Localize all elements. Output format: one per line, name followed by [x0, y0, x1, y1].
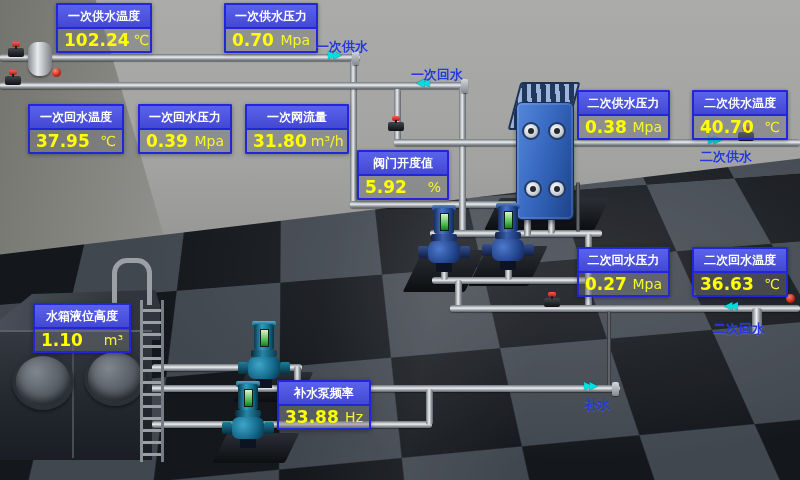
secondary-return-valve-icon — [544, 298, 560, 307]
gauge-readout: 33.88 Hz — [279, 406, 369, 428]
gauge-value: 0.39 — [146, 131, 188, 151]
circulation-pump-2 — [490, 206, 526, 270]
tank-manhole-icon — [84, 348, 146, 406]
gauge-unit: Hz — [341, 409, 363, 425]
gauge-readout: 0.27 Mpa — [579, 273, 668, 295]
gauge-value: 31.80 — [253, 131, 307, 151]
gauge-readout: 40.70 ℃ — [694, 116, 786, 138]
gauge-readout: 1.10 m³ — [35, 329, 129, 351]
gauge-unit: ℃ — [130, 32, 150, 48]
tank-vent-pipe — [112, 258, 152, 305]
gauge-value: 0.38 — [585, 117, 627, 137]
small-red-valve-icon — [52, 68, 61, 77]
gauge-readout: 5.92 % — [359, 176, 447, 198]
gauge-secondary-supply-pressure: 二次供水压力 0.38 Mpa — [577, 90, 670, 140]
pipe-primary-supply — [0, 54, 360, 61]
gauge-primary-supply-temp: 一次供水温度 102.24 ℃ — [56, 3, 152, 53]
pipe-lower-connector — [426, 389, 433, 425]
hmi-heat-station-scene: ▶▶ ◀◀ ▶▶ ◀◀ ▶▶ — [0, 0, 800, 480]
gauge-makeup-pump-frequency: 补水泵频率 33.88 Hz — [277, 380, 371, 430]
gauge-value: 5.92 — [365, 177, 407, 197]
hx-port-icon — [522, 122, 540, 140]
gauge-value: 40.70 — [700, 117, 754, 137]
gauge-title: 水箱液位高度 — [35, 305, 129, 329]
gauge-unit: Mpa — [628, 119, 662, 135]
gauge-value: 37.95 — [36, 131, 90, 151]
gauge-unit: Mpa — [628, 276, 662, 292]
gauge-primary-supply-pressure: 一次供水压力 0.70 Mpa — [224, 3, 318, 53]
gauge-readout: 102.24 ℃ — [58, 29, 150, 51]
pipe-makeup-riser — [607, 311, 611, 387]
pipe-makeup-water — [150, 385, 620, 392]
gauge-value: 1.10 — [41, 330, 83, 350]
hx-port-icon — [548, 122, 566, 140]
gauge-unit: % — [424, 179, 441, 195]
pipe-label-secondary-return: 二次回水 — [713, 320, 765, 338]
gauge-primary-return-temp: 一次回水温度 37.95 ℃ — [28, 104, 124, 154]
gauge-title: 一次供水压力 — [226, 5, 316, 29]
gauge-unit: m³/h — [307, 133, 344, 149]
gauge-readout: 36.63 ℃ — [694, 273, 786, 295]
plate-heat-exchanger — [512, 82, 578, 218]
tank-manhole-icon — [12, 352, 74, 410]
return-valve-icon — [5, 76, 21, 85]
gauge-readout: 31.80 m³/h — [247, 130, 347, 152]
pipe-primary-return — [0, 82, 468, 89]
pump-status-window — [260, 329, 269, 347]
pipe-label-makeup-water: 补水 — [584, 396, 610, 414]
control-valve-icon — [388, 122, 404, 131]
hx-port-icon — [548, 180, 566, 198]
gauge-title: 阀门开度值 — [359, 152, 447, 176]
gauge-title: 二次回水压力 — [579, 249, 668, 273]
gauge-unit: ℃ — [760, 119, 780, 135]
gauge-unit: m³ — [100, 332, 123, 348]
tank-ladder — [140, 300, 164, 462]
hx-port-icon — [524, 180, 542, 198]
gauge-title: 补水泵频率 — [279, 382, 369, 406]
gauge-title: 一次回水压力 — [140, 106, 230, 130]
pipe-label-secondary-supply: 二次供水 — [700, 148, 752, 166]
pump-status-window — [244, 389, 253, 407]
pipe-flange — [612, 382, 619, 396]
pump-status-window — [440, 213, 449, 231]
gauge-primary-return-pressure: 一次回水压力 0.39 Mpa — [138, 104, 232, 154]
gauge-value: 33.88 — [285, 407, 339, 427]
gauge-unit: Mpa — [276, 32, 310, 48]
hx-body — [516, 102, 574, 220]
gauge-readout: 0.38 Mpa — [579, 116, 668, 138]
supply-valve-icon — [8, 48, 24, 57]
gauge-title: 一次供水温度 — [58, 5, 150, 29]
gauge-value: 36.63 — [700, 274, 754, 294]
pipe-label-primary-supply: 一次供水 — [316, 38, 368, 56]
gauge-title: 一次回水温度 — [30, 106, 122, 130]
flow-arrow-left-icon: ◀◀ — [724, 301, 735, 311]
gauge-secondary-supply-temp: 二次供水温度 40.70 ℃ — [692, 90, 788, 140]
gauge-unit: ℃ — [760, 276, 780, 292]
makeup-pump-1 — [246, 324, 282, 388]
gauge-value: 0.27 — [585, 274, 627, 294]
strainer-vessel — [28, 42, 52, 76]
gauge-title: 一次网流量 — [247, 106, 347, 130]
gauge-value: 0.70 — [232, 30, 274, 50]
gauge-title: 二次供水压力 — [579, 92, 668, 116]
gauge-title: 二次回水温度 — [694, 249, 786, 273]
gauge-valve-opening: 阀门开度值 5.92 % — [357, 150, 449, 200]
gauge-tank-level: 水箱液位高度 1.10 m³ — [33, 303, 131, 353]
gauge-readout: 0.70 Mpa — [226, 29, 316, 51]
gauge-readout: 37.95 ℃ — [30, 130, 122, 152]
pipe-secondary-return — [450, 305, 800, 312]
gauge-primary-network-flow: 一次网流量 31.80 m³/h — [245, 104, 349, 154]
gauge-secondary-return-pressure: 二次回水压力 0.27 Mpa — [577, 247, 670, 297]
gauge-value: 102.24 — [64, 30, 130, 50]
pump-status-window — [504, 211, 513, 229]
makeup-pump-2 — [230, 384, 266, 448]
pipe-label-primary-return: 一次回水 — [411, 66, 463, 84]
gauge-readout: 0.39 Mpa — [140, 130, 230, 152]
gauge-unit: ℃ — [96, 133, 116, 149]
gauge-secondary-return-temp: 二次回水温度 36.63 ℃ — [692, 247, 788, 297]
flow-arrow-right-icon: ▶▶ — [584, 381, 595, 391]
gauge-title: 二次供水温度 — [694, 92, 786, 116]
circulation-pump-1 — [426, 208, 462, 272]
gauge-unit: Mpa — [190, 133, 224, 149]
